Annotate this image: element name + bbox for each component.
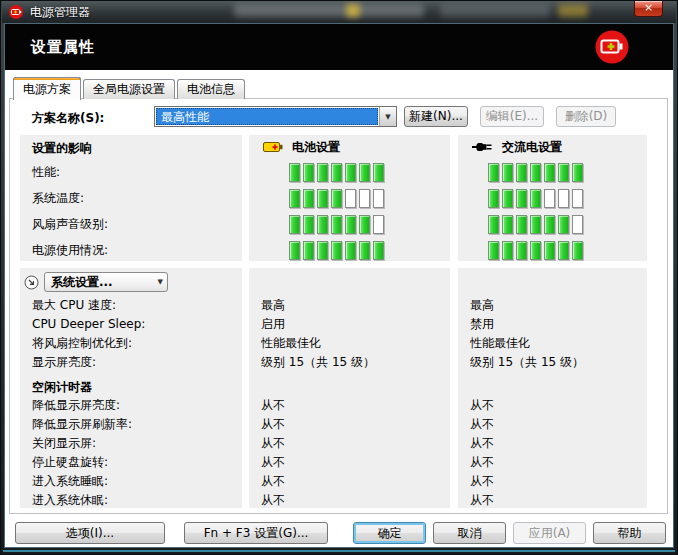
meter-segment (331, 163, 342, 182)
meter-segment (317, 241, 328, 260)
page-title: 设置属性 (31, 38, 95, 57)
ok-button[interactable]: 确定 (353, 522, 426, 544)
expand-icon[interactable] (24, 275, 39, 290)
meter-segment (345, 163, 356, 182)
idle-row-label: 停止硬盘旋转: (20, 453, 242, 472)
scheme-name-select[interactable]: 最高性能 ▼ (154, 106, 397, 127)
impact-label-rows: 性能:系统温度:风扇声音级别:电源使用情况: (20, 159, 242, 261)
meter-segment (289, 189, 300, 208)
system-settings-header: 系统设置... ▼ (20, 268, 242, 296)
meter (458, 159, 647, 185)
meter-segment (502, 241, 513, 260)
spacer (458, 372, 647, 396)
meter-segment (373, 163, 384, 182)
meter (458, 185, 647, 211)
new-button[interactable]: 新建(N)... (404, 106, 468, 127)
system-ac-value: 禁用 (458, 315, 647, 334)
meter-segment (303, 163, 314, 182)
meter (249, 159, 450, 185)
idle-row-label: 降低显示屏刷新率: (20, 415, 242, 434)
idle-ac-value: 从不 (458, 453, 647, 472)
idle-battery-value: 从不 (249, 453, 450, 472)
spacer (249, 372, 450, 396)
meter-segment (488, 241, 499, 260)
ac-plug-icon (472, 141, 493, 153)
meter-segment (331, 189, 342, 208)
apply-button[interactable]: 应用(A) (513, 522, 586, 544)
idle-row-label: 进入系统休眠: (20, 491, 242, 508)
meter-segment (530, 163, 541, 182)
scheme-name-value: 最高性能 (156, 108, 378, 125)
system-battery-value: 级别 15（共 15 级） (249, 353, 450, 372)
fnf3-button[interactable]: Fn + F3 设置(G)... (184, 522, 328, 544)
idle-ac-value: 从不 (458, 434, 647, 453)
meter-segment (317, 189, 328, 208)
impact-ac-panel: 交流电设置 (458, 135, 647, 261)
meter-segment (359, 241, 370, 260)
cancel-button[interactable]: 取消 (433, 522, 506, 544)
meter-segment (345, 215, 356, 234)
idle-row-label: 降低显示屏亮度: (20, 396, 242, 415)
scheme-name-label: 方案名称(S): (32, 110, 104, 127)
delete-button[interactable]: 删除(D) (556, 106, 616, 127)
meter-segment (488, 189, 499, 208)
system-battery-value: 最高 (249, 296, 450, 315)
idle-ac-value: 从不 (458, 415, 647, 434)
meter-segment (345, 241, 356, 260)
meter-segment (572, 241, 583, 260)
system-ac-value: 性能最佳化 (458, 334, 647, 353)
meter-segment (331, 215, 342, 234)
options-button[interactable]: 选项(I)... (15, 522, 165, 544)
meter-segment (516, 189, 527, 208)
power-scheme-tab-page: 方案名称(S): 最高性能 ▼ 新建(N)...编辑(E)...删除(D) 设置… (9, 98, 668, 514)
idle-battery-rows: 从不从不从不从不从不从不 (249, 396, 450, 508)
impact-battery-panel: 电池设置 (249, 135, 450, 261)
idle-ac-value: 从不 (458, 491, 647, 508)
meter-segment (516, 215, 527, 234)
system-settings-value: 系统设置... (51, 274, 113, 291)
meter-segment (345, 189, 356, 208)
system-battery-value: 启用 (249, 315, 450, 334)
help-button[interactable]: 帮助 (593, 522, 666, 544)
impact-row-label: 风扇声音级别: (20, 211, 242, 237)
system-battery-rows: 最高启用性能最佳化级别 15（共 15 级） (249, 296, 450, 372)
meter-segment (289, 215, 300, 234)
meter-segment (303, 215, 314, 234)
meter (458, 237, 647, 261)
titlebar-glass-blur (558, 4, 588, 17)
impact-battery-meters (249, 159, 450, 261)
dialog-body: 设置属性 电源方案全局电源设置电池信息 方案名称(S): 最高性能 ▼ 新建(N… (4, 23, 674, 548)
system-battery-value: 性能最佳化 (249, 334, 450, 353)
meter-segment (544, 215, 555, 234)
tab-电池信息[interactable]: 电池信息 (177, 79, 245, 99)
meter-segment (373, 241, 384, 260)
ac-settings-label: 交流电设置 (502, 139, 562, 156)
dropdown-arrow-icon[interactable]: ▼ (379, 107, 396, 126)
meter-segment (572, 163, 583, 182)
tab-全局电源设置[interactable]: 全局电源设置 (83, 79, 175, 99)
meter-segment (530, 241, 541, 260)
edit-button[interactable]: 编辑(E)... (480, 106, 544, 127)
idle-ac-rows: 从不从不从不从不从不从不 (458, 396, 647, 508)
titlebar[interactable]: 电源管理器 × (2, 1, 676, 23)
meter (249, 211, 450, 237)
idle-timers-title: 空闲计时器 (20, 372, 242, 396)
meter (249, 185, 450, 211)
impact-row-label: 电源使用情况: (20, 237, 242, 261)
tab-电源方案[interactable]: 电源方案 (13, 77, 81, 100)
system-label-rows: 最大 CPU 速度:CPU Deeper Sleep:将风扇控制优化到:显示屏亮… (20, 296, 242, 372)
idle-label-rows: 降低显示屏亮度:降低显示屏刷新率:关闭显示屏:停止硬盘旋转:进入系统睡眠:进入系… (20, 396, 242, 508)
meter-segment (558, 241, 569, 260)
impact-row-label: 系统温度: (20, 185, 242, 211)
system-ac-value: 最高 (458, 296, 647, 315)
system-settings-select[interactable]: 系统设置... ▼ (44, 272, 168, 292)
meter-segment (488, 163, 499, 182)
close-button[interactable]: × (634, 1, 663, 17)
meter-segment (572, 189, 583, 208)
tab-label: 电源方案 (23, 82, 71, 96)
meter-segment (317, 163, 328, 182)
meter-segment (544, 189, 555, 208)
system-row-label: 将风扇控制优化到: (20, 334, 242, 353)
idle-battery-value: 从不 (249, 415, 450, 434)
titlebar-glass-blur (440, 4, 550, 17)
